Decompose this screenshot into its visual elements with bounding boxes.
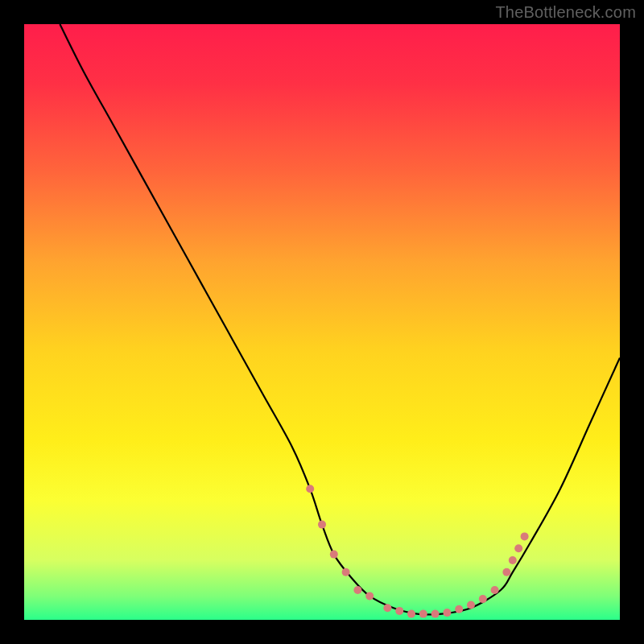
highlight-dot bbox=[431, 610, 440, 618]
highlight-dot bbox=[353, 586, 361, 594]
highlight-dot bbox=[443, 609, 451, 617]
curve-layer bbox=[24, 24, 620, 620]
bottleneck-curve bbox=[60, 24, 620, 615]
highlight-dot bbox=[342, 568, 350, 576]
highlight-dot bbox=[383, 604, 391, 612]
highlight-dot bbox=[491, 586, 499, 594]
chart-stage: TheBottleneck.com bbox=[0, 0, 644, 644]
highlight-dot bbox=[306, 485, 314, 493]
watermark-text: TheBottleneck.com bbox=[495, 3, 636, 22]
plot-area bbox=[24, 24, 620, 620]
highlight-dot bbox=[514, 544, 522, 552]
highlight-dot bbox=[419, 610, 427, 618]
highlight-dot bbox=[330, 551, 338, 559]
highlight-dot bbox=[365, 592, 374, 600]
highlight-dots bbox=[306, 485, 528, 617]
highlight-dot bbox=[509, 556, 517, 564]
highlight-dot bbox=[479, 595, 487, 603]
highlight-dot bbox=[318, 521, 326, 529]
highlight-dot bbox=[395, 607, 403, 615]
highlight-dot bbox=[407, 610, 415, 618]
highlight-dot bbox=[455, 605, 463, 613]
highlight-dot bbox=[467, 601, 475, 609]
highlight-dot bbox=[502, 568, 510, 576]
highlight-dot bbox=[521, 532, 529, 540]
